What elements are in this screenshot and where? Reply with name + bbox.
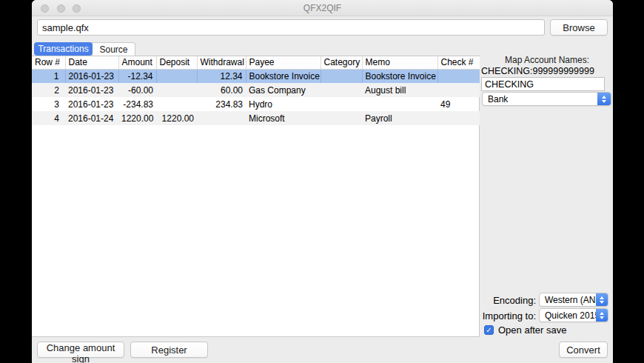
cell-row: 2: [32, 83, 65, 97]
importing-to-dropdown[interactable]: Quicken 2015: [539, 308, 608, 322]
column-header-amount[interactable]: Amount: [118, 56, 156, 69]
cell-category: [321, 111, 362, 125]
cell-category: [321, 69, 362, 83]
cell-withdrawal: 12.34: [197, 69, 246, 83]
cell-amount: 1220.00: [118, 111, 156, 125]
dropdown-stepper-icon: [596, 293, 608, 306]
account-type-dropdown[interactable]: Bank: [482, 92, 611, 106]
table-row[interactable]: 3 2016-01-23 -234.83 234.83 Hydro 49: [32, 97, 480, 111]
open-after-save-checkbox[interactable]: ✓: [484, 325, 494, 335]
title-bar: QFX2QIF: [32, 0, 613, 16]
dropdown-stepper-icon: [597, 93, 611, 105]
source-account-label: CHECKING:999999999999: [481, 66, 594, 76]
cell-category: [321, 97, 362, 111]
cell-row: 3: [32, 97, 65, 111]
column-header-date[interactable]: Date: [65, 56, 118, 69]
cell-memo: August bill: [362, 83, 437, 97]
column-header-row[interactable]: Row #: [32, 56, 65, 69]
cell-deposit: [156, 97, 197, 111]
browse-button[interactable]: Browse: [550, 19, 608, 36]
file-path-input[interactable]: [37, 19, 545, 36]
screen-background: QFX2QIF Browse Transactions Source Row #…: [0, 0, 644, 363]
tab-transactions[interactable]: Transactions: [34, 42, 93, 56]
change-amount-sign-button[interactable]: Change amount sign: [37, 342, 124, 358]
cell-withdrawal: 60.00: [197, 83, 246, 97]
encoding-value: Western (ANSI: [540, 295, 596, 305]
window-title: QFX2QIF: [32, 3, 613, 13]
cell-payee: Microsoft: [246, 111, 321, 125]
cell-memo: Bookstore Invoice: [362, 69, 437, 83]
cell-memo: [362, 97, 437, 111]
cell-payee: Hydro: [246, 97, 321, 111]
cell-category: [321, 83, 362, 97]
encoding-label: Encoding:: [481, 295, 536, 306]
tab-source[interactable]: Source: [92, 42, 135, 56]
importing-to-label: Importing to:: [481, 310, 536, 322]
column-header-deposit[interactable]: Deposit: [156, 56, 197, 69]
map-account-names-heading: Map Account Names:: [481, 55, 613, 65]
cell-amount: -12.34: [118, 69, 156, 83]
app-window: QFX2QIF Browse Transactions Source Row #…: [32, 0, 613, 363]
cell-payee: Gas Company: [246, 83, 321, 97]
cell-payee: Bookstore Invoice: [246, 69, 321, 83]
column-header-withdrawal[interactable]: Withdrawal: [197, 56, 246, 69]
cell-check: [437, 69, 480, 83]
cell-amount: -234.83: [118, 97, 156, 111]
column-header-category[interactable]: Category: [321, 56, 362, 69]
table-row[interactable]: 1 2016-01-23 -12.34 12.34 Bookstore Invo…: [32, 69, 480, 83]
cell-deposit: [156, 83, 197, 97]
importing-to-value: Quicken 2015: [540, 310, 596, 321]
cell-withdrawal: [197, 111, 246, 125]
account-type-value: Bank: [483, 94, 597, 104]
account-name-input[interactable]: [481, 77, 605, 91]
cell-check: [437, 111, 480, 125]
column-header-payee[interactable]: Payee: [246, 56, 321, 69]
cell-date: 2016-01-23: [65, 97, 118, 111]
cell-amount: -60.00: [118, 83, 156, 97]
cell-row: 4: [32, 111, 65, 125]
open-after-save-label: Open after save: [498, 324, 567, 336]
table-row[interactable]: 4 2016-01-24 1220.00 1220.00 Microsoft P…: [32, 111, 480, 125]
cell-withdrawal: 234.83: [197, 97, 246, 111]
convert-button[interactable]: Convert: [559, 342, 608, 358]
cell-memo: Payroll: [362, 111, 437, 125]
checkmark-icon: ✓: [486, 326, 492, 334]
cell-deposit: [156, 69, 197, 83]
cell-row: 1: [32, 69, 65, 83]
column-header-check[interactable]: Check #: [437, 56, 480, 69]
register-button[interactable]: Register: [130, 342, 208, 358]
dropdown-stepper-icon: [596, 309, 608, 322]
cell-date: 2016-01-23: [65, 83, 118, 97]
column-header-memo[interactable]: Memo: [362, 56, 437, 69]
transactions-table: Row # Date Amount Deposit Withdrawal Pay…: [32, 56, 480, 337]
table-row[interactable]: 2 2016-01-23 -60.00 60.00 Gas Company Au…: [32, 83, 480, 97]
cell-date: 2016-01-23: [65, 69, 118, 83]
cell-check: [437, 83, 480, 97]
encoding-dropdown[interactable]: Western (ANSI: [539, 293, 608, 307]
cell-check: 49: [437, 97, 480, 111]
table-header-row: Row # Date Amount Deposit Withdrawal Pay…: [32, 56, 480, 69]
cell-date: 2016-01-24: [65, 111, 118, 125]
cell-deposit: 1220.00: [156, 111, 197, 125]
